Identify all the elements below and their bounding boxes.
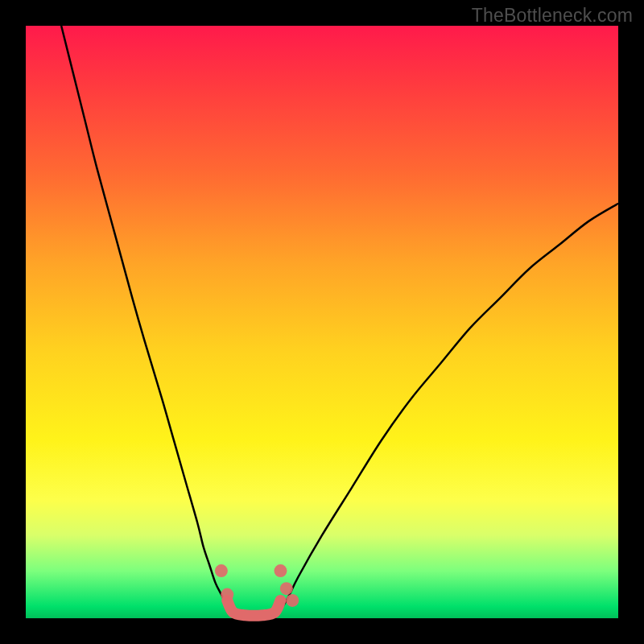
data-marker bbox=[221, 588, 233, 601]
chart-frame: TheBottleneck.com bbox=[0, 0, 644, 644]
data-marker bbox=[215, 564, 228, 577]
data-marker bbox=[280, 582, 293, 595]
data-marker bbox=[274, 564, 287, 577]
plot-area bbox=[26, 26, 618, 618]
chart-svg bbox=[26, 26, 618, 618]
watermark-text: TheBottleneck.com bbox=[472, 5, 633, 27]
marker-group bbox=[215, 564, 299, 607]
data-marker bbox=[286, 594, 299, 607]
right-curve bbox=[275, 204, 618, 618]
left-curve bbox=[61, 26, 233, 618]
trough-highlight bbox=[227, 601, 280, 616]
